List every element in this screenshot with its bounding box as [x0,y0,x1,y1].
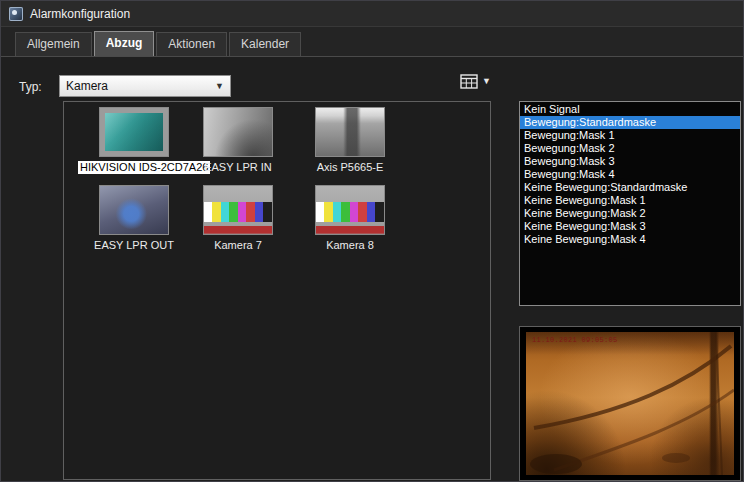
camera-thumbnail [99,185,169,235]
tab-abzug[interactable]: Abzug [94,31,155,56]
tab-allgemein[interactable]: Allgemein [15,32,92,56]
chevron-down-icon: ▼ [482,76,491,86]
camera-preview-panel: 11.10.2021 09:05:05 [519,326,741,481]
alarm-list-item[interactable]: Bewegung:Mask 1 [520,129,740,142]
alarm-list-item[interactable]: Bewegung:Mask 3 [520,155,740,168]
camera-name: Kamera 8 [324,239,376,252]
alarm-list-item-selected[interactable]: Bewegung:Standardmaske [520,116,740,129]
camera-thumbnail [315,185,385,235]
alarm-configuration-window: Alarmkonfiguration Allgemein Abzug Aktio… [0,0,744,482]
camera-tile-axis[interactable]: Axis P5665-E [294,107,406,175]
app-icon [9,7,23,21]
preview-road-overlay [526,332,734,475]
chevron-down-icon: ▼ [215,81,224,91]
camera-tile-easy-lpr-out[interactable]: EASY LPR OUT [78,185,190,253]
preview-timestamp: 11.10.2021 09:05:05 [532,336,618,344]
grid-view-icon [460,74,478,89]
camera-name: Axis P5665-E [315,161,386,174]
camera-grid-panel: HIKVISION IDS-2CD7A26 EASY LPR IN Axis P… [63,101,491,480]
camera-thumbnail [99,107,169,157]
camera-tile-kamera-8[interactable]: Kamera 8 [294,185,406,253]
camera-tile-easy-lpr-in[interactable]: EASY LPR IN [182,107,294,175]
view-mode-button[interactable]: ▼ [457,69,494,93]
camera-thumbnail [203,107,273,157]
alarm-list-item[interactable]: Keine Bewegung:Mask 4 [520,233,740,246]
alarm-list-item[interactable]: Bewegung:Mask 2 [520,142,740,155]
tab-kalender[interactable]: Kalender [229,32,301,56]
alarm-list-item[interactable]: Keine Bewegung:Mask 2 [520,207,740,220]
camera-name: EASY LPR IN [202,161,274,174]
tab-strip: Allgemein Abzug Aktionen Kalender [1,27,744,57]
alarm-type-list: Kein Signal Bewegung:Standardmaske Beweg… [519,101,741,306]
camera-thumbnail [315,107,385,157]
alarm-list-item[interactable]: Kein Signal [520,103,740,116]
alarm-list-item[interactable]: Keine Bewegung:Mask 1 [520,194,740,207]
camera-preview-image: 11.10.2021 09:05:05 [526,332,734,475]
typ-dropdown[interactable]: Kamera ▼ [59,75,231,97]
alarm-list-item[interactable]: Keine Bewegung:Mask 3 [520,220,740,233]
camera-tile-kamera-7[interactable]: Kamera 7 [182,185,294,253]
tab-aktionen[interactable]: Aktionen [156,32,227,56]
window-title: Alarmkonfiguration [30,7,130,21]
alarm-list-item[interactable]: Keine Bewegung:Standardmaske [520,181,740,194]
title-bar: Alarmkonfiguration [1,1,744,27]
typ-dropdown-value: Kamera [66,79,108,93]
camera-thumbnail [203,185,273,235]
camera-name: EASY LPR OUT [92,239,176,252]
camera-tile-hikvision[interactable]: HIKVISION IDS-2CD7A26 [78,107,190,175]
alarm-list-item[interactable]: Bewegung:Mask 4 [520,168,740,181]
camera-name: Kamera 7 [212,239,264,252]
typ-label: Typ: [19,80,42,94]
